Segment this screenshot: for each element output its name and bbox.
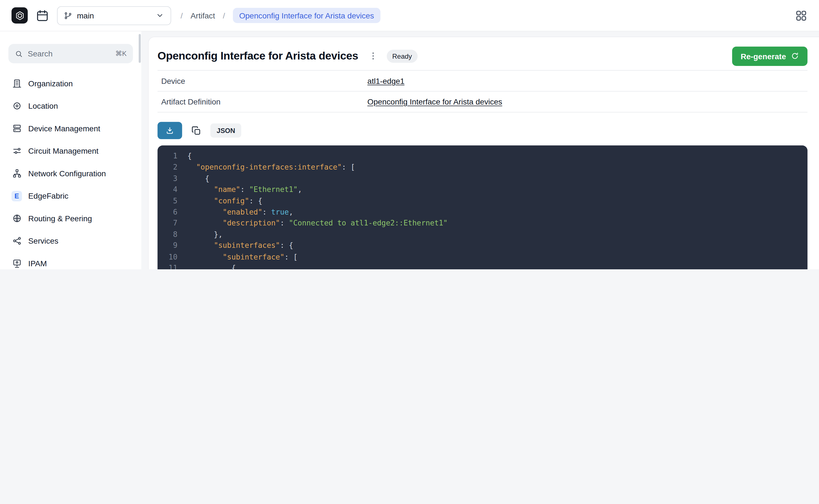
code-line: 3 { xyxy=(164,173,808,184)
body-row: Search ⌘K OrganizationLocationDevice Man… xyxy=(0,31,819,269)
code-line-text: { xyxy=(177,173,209,184)
branch-label: main xyxy=(77,11,94,20)
sidebar-item-label: Circuit Management xyxy=(28,146,98,155)
apps-grid-icon xyxy=(795,9,808,22)
hexagon-logo-icon xyxy=(14,10,25,21)
field-label: Device xyxy=(158,76,367,85)
code-content: 1{2 "openconfig-interfaces:interface": [… xyxy=(164,151,808,269)
search-placeholder: Search xyxy=(28,49,53,58)
status-badge: Ready xyxy=(386,49,418,63)
line-number: 2 xyxy=(164,162,177,173)
topbar: main / Artifact / Openconfig Interface f… xyxy=(0,0,819,31)
git-branch-icon xyxy=(64,11,72,20)
code-line: 2 "openconfig-interfaces:interface": [ xyxy=(164,162,808,173)
branch-selector[interactable]: main xyxy=(57,6,171,25)
code-line-text: "openconfig-interfaces:interface": [ xyxy=(177,162,355,173)
breadcrumb-separator: / xyxy=(180,11,183,20)
field-value-link[interactable]: Openconfig Interface for Arista devices xyxy=(367,97,502,106)
sidebar-item-label: Routing & Peering xyxy=(28,214,92,223)
main-wrap: Openconfig Interface for Arista devices … xyxy=(141,31,819,269)
code-line: 10 "subinterface": [ xyxy=(164,251,808,263)
code-line: 7 "description": "Connected to atl1-edge… xyxy=(164,218,808,229)
breadcrumb: / Artifact / Openconfig Interface for Ar… xyxy=(180,8,380,23)
line-number: 11 xyxy=(164,263,177,269)
code-block[interactable]: 1{2 "openconfig-interfaces:interface": [… xyxy=(158,145,808,269)
sidebar-item-label: EdgeFabric xyxy=(28,191,68,200)
download-button[interactable] xyxy=(158,122,182,139)
services-icon xyxy=(11,236,22,246)
sidebar-item-network-configuration[interactable]: Network Configuration xyxy=(8,162,133,185)
refresh-icon xyxy=(791,52,799,60)
line-number: 10 xyxy=(164,251,177,263)
code-line-text: }, xyxy=(177,229,223,240)
sidebar-item-edgefabric[interactable]: EEdgeFabric xyxy=(8,185,133,207)
sidebar-item-label: Device Management xyxy=(28,124,100,133)
copy-icon xyxy=(191,125,201,135)
location-icon xyxy=(11,101,22,111)
app-logo[interactable] xyxy=(11,7,28,23)
sidebar-item-ipam[interactable]: IPAM xyxy=(8,252,133,269)
code-line-text: "enabled": true, xyxy=(177,207,293,218)
field-value-link[interactable]: atl1-edge1 xyxy=(367,76,404,85)
code-line-text: "description": "Connected to atl1-edge2:… xyxy=(177,218,448,229)
organization-icon xyxy=(11,78,22,89)
breadcrumb-item-artifact[interactable]: Artifact xyxy=(191,11,215,20)
line-number: 7 xyxy=(164,218,177,229)
code-line-text: "config": { xyxy=(177,196,262,207)
kebab-icon xyxy=(367,51,378,61)
calendar-icon-button[interactable] xyxy=(35,8,50,23)
line-number: 8 xyxy=(164,229,177,240)
title-row: Openconfig Interface for Arista devices … xyxy=(158,47,808,65)
network-configuration-icon xyxy=(11,168,22,179)
sidebar-item-circuit-management[interactable]: Circuit Management xyxy=(8,140,133,162)
ipam-icon xyxy=(11,258,22,268)
fields-table: Device atl1-edge1 Artifact Definition Op… xyxy=(158,70,808,113)
code-line: 1{ xyxy=(164,151,808,162)
calendar-icon xyxy=(35,9,49,22)
code-line: 9 "subinterfaces": { xyxy=(164,240,808,251)
app-root: main / Artifact / Openconfig Interface f… xyxy=(0,0,819,269)
sidebar-item-location[interactable]: Location xyxy=(8,95,133,117)
circuit-management-icon xyxy=(11,146,22,156)
regenerate-button[interactable]: Re-generate xyxy=(732,46,808,66)
artifact-toolbar: JSON xyxy=(158,122,808,139)
sidebar-item-device-management[interactable]: Device Management xyxy=(8,117,133,140)
code-line: 5 "config": { xyxy=(164,196,808,207)
line-number: 9 xyxy=(164,240,177,251)
sidebar-item-label: IPAM xyxy=(28,259,47,268)
sidebar-scrollbar-thumb[interactable] xyxy=(139,34,141,63)
code-line-text: "subinterface": [ xyxy=(177,251,298,263)
code-line: 8 }, xyxy=(164,229,808,240)
search-icon xyxy=(15,49,23,58)
sidebar-item-label: Services xyxy=(28,236,58,245)
line-number: 1 xyxy=(164,151,177,162)
search-shortcut: ⌘K xyxy=(115,50,127,58)
title-menu-button[interactable] xyxy=(367,51,378,61)
main-card: Openconfig Interface for Arista devices … xyxy=(148,37,819,269)
page-title: Openconfig Interface for Arista devices xyxy=(158,50,358,62)
sidebar-item-label: Organization xyxy=(28,79,73,88)
sidebar-item-organization[interactable]: Organization xyxy=(8,72,133,95)
sidebar: Search ⌘K OrganizationLocationDevice Man… xyxy=(0,31,141,269)
copy-button[interactable] xyxy=(190,124,203,137)
edgefabric-icon: E xyxy=(11,191,22,201)
download-icon xyxy=(165,126,174,135)
search-input[interactable]: Search ⌘K xyxy=(8,44,133,63)
sidebar-item-services[interactable]: Services xyxy=(8,230,133,252)
breadcrumb-item-current[interactable]: Openconfig Interface for Arista devices xyxy=(233,8,380,23)
regenerate-label: Re-generate xyxy=(741,51,786,60)
code-line: 11 { xyxy=(164,263,808,269)
sidebar-nav: OrganizationLocationDevice ManagementCir… xyxy=(8,72,133,269)
apps-grid-icon-button[interactable] xyxy=(795,9,808,22)
line-number: 5 xyxy=(164,196,177,207)
code-line: 6 "enabled": true, xyxy=(164,207,808,218)
code-line-text: "name": "Ethernet1", xyxy=(177,184,302,195)
format-badge-json: JSON xyxy=(210,123,241,138)
line-number: 4 xyxy=(164,184,177,195)
sidebar-item-routing-peering[interactable]: Routing & Peering xyxy=(8,207,133,230)
line-number: 6 xyxy=(164,207,177,218)
sidebar-item-label: Network Configuration xyxy=(28,169,106,178)
field-row-device: Device atl1-edge1 xyxy=(158,71,808,92)
code-line-text: "subinterfaces": { xyxy=(177,240,293,251)
code-line: 4 "name": "Ethernet1", xyxy=(164,184,808,195)
